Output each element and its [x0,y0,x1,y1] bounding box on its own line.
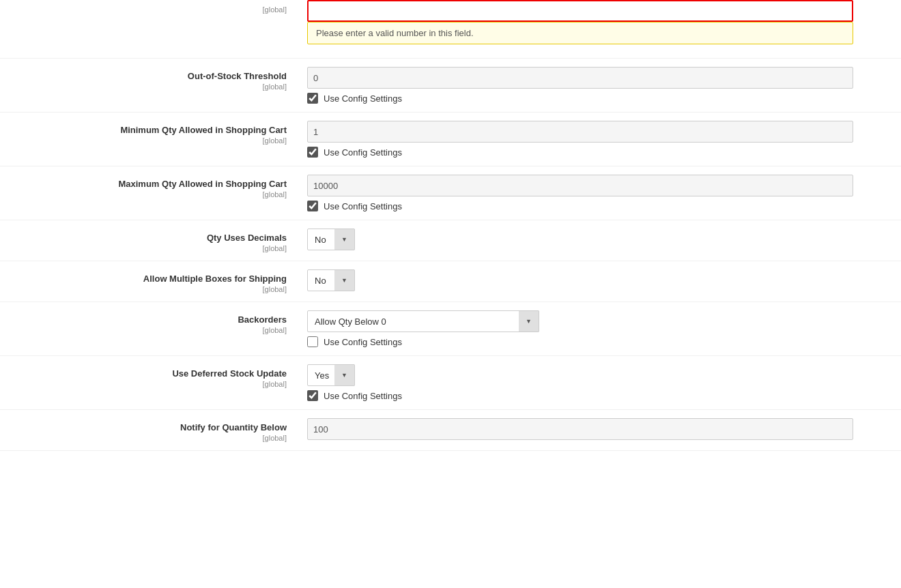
qty-decimals-scope: [global] [0,244,287,252]
deferred-stock-select-wrapper: Yes No [307,364,355,386]
qty-decimals-select[interactable]: No Yes [307,229,355,250]
max-qty-label-cell: Maximum Qty Allowed in Shopping Cart [gl… [0,175,300,199]
validation-error-message: Please enter a valid number in this fiel… [307,22,853,44]
allow-multiple-boxes-label-cell: Allow Multiple Boxes for Shipping [globa… [0,269,300,293]
min-qty-use-config-label: Use Config Settings [324,147,402,158]
min-qty-label-cell: Minimum Qty Allowed in Shopping Cart [gl… [0,121,300,145]
backorders-scope: [global] [0,326,287,334]
deferred-stock-value-cell: Yes No Use Config Settings [300,364,901,401]
notify-qty-scope: [global] [0,434,287,442]
out-of-stock-scope: [global] [0,83,287,91]
backorders-label-cell: Backorders [global] [0,310,300,334]
max-qty-row: Maximum Qty Allowed in Shopping Cart [gl… [0,166,901,220]
out-of-stock-use-config-label: Use Config Settings [324,93,402,104]
min-qty-config-row: Use Config Settings [307,147,887,158]
max-qty-use-config-label: Use Config Settings [324,201,402,211]
qty-decimals-label: Qty Uses Decimals [0,233,287,243]
min-qty-row: Minimum Qty Allowed in Shopping Cart [gl… [0,113,901,166]
max-qty-scope: [global] [0,190,287,199]
backorders-use-config-label: Use Config Settings [324,337,402,347]
error-input-field[interactable] [307,0,853,22]
max-qty-config-row: Use Config Settings [307,201,887,211]
deferred-stock-scope: [global] [0,380,287,388]
notify-qty-value-cell [300,418,901,440]
deferred-stock-use-config-checkbox[interactable] [307,390,318,401]
backorders-row: Backorders [global] No Backorders Allow … [0,302,901,356]
allow-multiple-boxes-select-wrapper: No Yes [307,269,355,291]
deferred-stock-use-config-label: Use Config Settings [324,391,402,401]
allow-multiple-boxes-label: Allow Multiple Boxes for Shipping [0,274,287,284]
max-qty-input[interactable] [307,175,853,196]
backorders-config-row: Use Config Settings [307,336,887,347]
settings-page: [global] Please enter a valid number in … [0,0,901,588]
qty-decimals-row: Qty Uses Decimals [global] No Yes [0,220,901,261]
min-qty-use-config-checkbox[interactable] [307,147,318,158]
max-qty-label: Maximum Qty Allowed in Shopping Cart [0,179,287,189]
out-of-stock-use-config-checkbox[interactable] [307,93,318,104]
min-qty-label: Minimum Qty Allowed in Shopping Cart [0,125,287,135]
deferred-stock-config-row: Use Config Settings [307,390,887,401]
min-qty-value-cell: Use Config Settings [300,121,901,158]
out-of-stock-input[interactable] [307,67,853,89]
out-of-stock-value-cell: Use Config Settings [300,67,901,104]
notify-qty-input[interactable] [307,418,853,440]
min-qty-scope: [global] [0,136,287,145]
error-label-cell: [global] [0,0,300,14]
max-qty-use-config-checkbox[interactable] [307,201,318,211]
allow-multiple-boxes-select[interactable]: No Yes [307,269,355,291]
out-of-stock-config-row: Use Config Settings [307,93,887,104]
deferred-stock-label: Use Deferred Stock Update [0,368,287,379]
backorders-value-cell: No Backorders Allow Qty Below 0 Allow Qt… [300,310,901,347]
out-of-stock-label: Out-of-Stock Threshold [0,71,287,81]
min-qty-input[interactable] [307,121,853,143]
deferred-stock-label-cell: Use Deferred Stock Update [global] [0,364,300,388]
deferred-stock-row: Use Deferred Stock Update [global] Yes N… [0,356,901,410]
out-of-stock-label-cell: Out-of-Stock Threshold [global] [0,67,300,91]
allow-multiple-boxes-scope: [global] [0,285,287,293]
backorders-select-wrapper: No Backorders Allow Qty Below 0 Allow Qt… [307,310,539,332]
out-of-stock-row: Out-of-Stock Threshold [global] Use Conf… [0,59,901,113]
deferred-stock-select[interactable]: Yes No [307,364,355,386]
notify-qty-label: Notify for Quantity Below [0,422,287,432]
qty-decimals-label-cell: Qty Uses Decimals [global] [0,229,300,252]
error-scope-label: [global] [0,5,287,14]
notify-qty-row: Notify for Quantity Below [global] [0,410,901,451]
backorders-use-config-checkbox[interactable] [307,336,318,347]
backorders-select[interactable]: No Backorders Allow Qty Below 0 Allow Qt… [307,310,539,332]
backorders-label: Backorders [0,314,287,325]
error-value-cell: Please enter a valid number in this fiel… [300,0,901,50]
qty-decimals-select-wrapper: No Yes [307,229,355,250]
qty-decimals-value-cell: No Yes [300,229,901,250]
max-qty-value-cell: Use Config Settings [300,175,901,211]
allow-multiple-boxes-value-cell: No Yes [300,269,901,291]
error-row: [global] Please enter a valid number in … [0,0,901,59]
allow-multiple-boxes-row: Allow Multiple Boxes for Shipping [globa… [0,261,901,302]
notify-qty-label-cell: Notify for Quantity Below [global] [0,418,300,442]
